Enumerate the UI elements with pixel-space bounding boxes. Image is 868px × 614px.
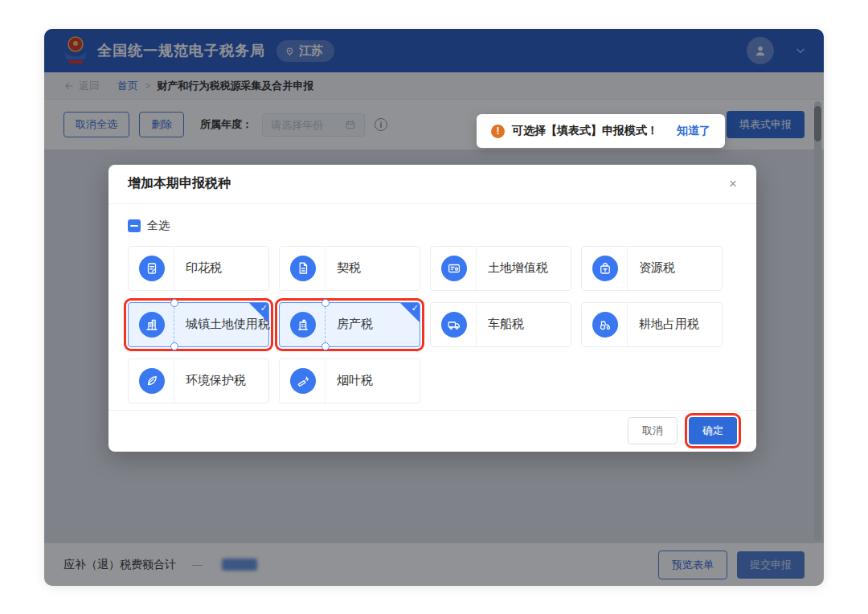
card-divider: [627, 247, 628, 290]
notice-text: 可选择【填表式】申报模式！: [512, 124, 658, 138]
select-all-checkbox[interactable]: [128, 219, 141, 232]
stamp-document-icon: [139, 256, 165, 281]
notice-popover: ! 可选择【填表式】申报模式！ 知道了: [477, 114, 725, 148]
tax-type-grid: 印花税 契税 土地增值税: [128, 246, 737, 403]
tax-card-stamp-tax[interactable]: 印花税: [128, 246, 269, 291]
house-building-icon: [290, 312, 316, 338]
modal-header: 增加本期申报税种 ×: [108, 165, 756, 204]
resource-box-icon: [592, 256, 618, 281]
modal-body: 全选 印花税 契税: [108, 204, 756, 410]
confirm-button[interactable]: 确定: [689, 417, 737, 444]
tax-card-farmland-occupation-tax[interactable]: 耕地占用税: [581, 302, 723, 347]
close-icon[interactable]: ×: [729, 177, 737, 190]
tractor-icon: [592, 312, 618, 338]
tax-card-tobacco-leaf-tax[interactable]: 烟叶税: [279, 358, 420, 403]
tax-card-property-tax[interactable]: 房产税: [279, 302, 420, 347]
cancel-button[interactable]: 取消: [628, 417, 678, 444]
leaf-icon: [139, 368, 165, 394]
vehicle-icon: [441, 312, 467, 338]
card-divider: [476, 303, 477, 346]
tax-card-urban-land-use-tax[interactable]: 城镇土地使用税: [128, 302, 269, 347]
tax-card-vehicle-vessel-tax[interactable]: 车船税: [430, 302, 571, 347]
deed-document-icon: [290, 256, 316, 281]
card-divider: [325, 247, 326, 290]
card-divider: [325, 303, 326, 346]
selected-check-icon: [249, 303, 268, 322]
tax-card-deed-tax[interactable]: 契税: [279, 246, 420, 291]
card-divider: [627, 303, 628, 346]
modal-footer: 取消 确定: [108, 410, 756, 452]
card-divider: [174, 359, 174, 403]
tobacco-icon: [290, 368, 316, 394]
modal-title: 增加本期申报税种: [128, 175, 231, 192]
add-tax-types-modal: 增加本期申报税种 × 全选 印花税: [108, 165, 756, 452]
app-window: 全国统一规范电子税务局 江苏 返回 首页 > 财产和行为税税源采集及合并申报 取…: [44, 29, 824, 586]
tax-card-resource-tax[interactable]: 资源税: [581, 246, 723, 291]
card-divider: [174, 247, 174, 290]
land-card-icon: [441, 256, 467, 281]
tax-card-land-value-increment-tax[interactable]: 土地增值税: [430, 246, 571, 291]
notice-got-it-button[interactable]: 知道了: [677, 124, 710, 138]
selected-check-icon: [400, 303, 420, 322]
warning-exclamation-icon: !: [491, 125, 505, 138]
card-divider: [476, 247, 477, 290]
city-building-icon: [139, 312, 165, 338]
card-divider: [325, 359, 326, 403]
select-all-label: 全选: [147, 219, 170, 233]
card-divider: [174, 303, 174, 346]
tax-card-environmental-protection-tax[interactable]: 环境保护税: [128, 358, 269, 403]
